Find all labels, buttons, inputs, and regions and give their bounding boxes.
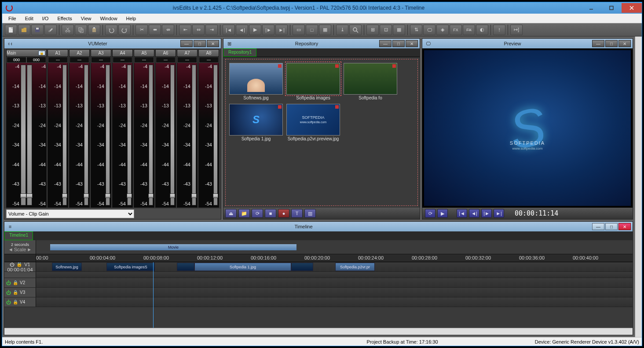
lock-icon[interactable]: 🔒 [13,290,18,295]
paste-icon[interactable] [88,25,100,35]
timeline-header[interactable]: ≡ Timeline — □ ✕ [4,222,633,231]
save-icon[interactable] [31,25,44,35]
menu-window[interactable]: Window [95,15,121,22]
timeline-overview[interactable]: Movie [36,240,633,254]
menu-help[interactable]: Help [122,15,141,22]
lock-icon[interactable]: 🔒 [38,51,45,55]
workspace-vscrollbar[interactable] [635,37,642,337]
goto-end-icon[interactable]: ►| [275,25,288,35]
vu-channel-a2[interactable]: A2----4-14-13-24-34-44-43-54 [69,49,90,208]
repo-eject-icon[interactable]: ⏏ [225,209,237,218]
sliders-icon[interactable]: ⇅ [410,25,422,35]
preview-step-fwd-icon[interactable]: |► [481,209,492,218]
power-icon[interactable]: ⏻ [6,300,11,305]
color-wheel-icon[interactable]: ◐ [476,25,488,35]
repo-item[interactable]: SOFTPEDIAwww.softpedia.comSoftpedia.p2vr… [286,104,340,141]
preview-goto-end-icon[interactable]: ►| [494,209,504,218]
timeline-clip[interactable] [177,263,194,271]
vu-channel-a5[interactable]: A5----4-14-13-24-34-44-43-54 [134,49,154,208]
settings-icon[interactable] [44,25,57,35]
vumeter-close-button[interactable]: ✕ [207,40,219,47]
vu-channel-main[interactable]: Main🔒000000-4-14-13-24-34-44-43-54-4-14-… [6,49,47,208]
undo-icon[interactable] [105,25,117,35]
timeline-ruler[interactable]: 00:0000:00:04:0000:00:08:0000:00:12:0000… [36,254,633,262]
repo-maximize-button[interactable]: □ [392,40,405,47]
new-icon[interactable] [5,25,17,35]
safe-area-icon[interactable]: ▭ [293,25,305,35]
lock-icon[interactable]: 🔒 [13,300,18,304]
redo-icon[interactable] [118,25,131,35]
info-icon[interactable]: ! [493,25,505,35]
timeline-clip[interactable]: Softnews.jpg [52,263,82,271]
timeline-clip[interactable]: Softpedia imagesS [106,263,155,271]
menu-edit[interactable]: Edit [21,15,38,22]
repo-stop-icon[interactable]: ■ [265,209,276,218]
monitor-icon[interactable]: 🖵 [423,25,435,35]
repo-minimize-button[interactable]: — [379,40,392,47]
preview-close-button[interactable]: ✕ [618,40,631,47]
vumeter-mode-select[interactable]: Volume - Clip Gain [6,209,134,218]
exit-icon[interactable]: ↦] [510,25,523,35]
preview-goto-start-icon[interactable]: |◄ [457,209,467,218]
titlebar[interactable]: ivsEdits Le v 2.1.425 - C:\Softpedia\Sof… [2,2,642,14]
play-icon[interactable]: ▶ [249,25,261,35]
track-lane-v3[interactable] [36,288,633,297]
timeline-close-button[interactable]: ✕ [618,223,631,230]
search-icon[interactable] [349,25,362,35]
timeline-clip[interactable]: Softpedia.p2vr.pr [335,263,375,271]
fullframe-icon[interactable]: □ [306,25,318,35]
timeline-movie-strip[interactable]: Movie [50,244,296,250]
preview-minimize-button[interactable]: — [592,40,604,47]
track-lane-v2[interactable] [36,278,633,287]
vu-channel-a3[interactable]: A3----4-14-13-24-34-44-43-54 [91,49,111,208]
timeline-menu-icon[interactable]: ≡ [6,223,14,230]
track-lane-v4[interactable] [36,297,633,307]
track-head-v2[interactable]: ⏻🔒V2 [4,278,36,287]
vu-channel-a6[interactable]: A6----4-14-13-24-34-44-43-54 [155,49,176,208]
timeline-clip[interactable] [291,263,313,271]
copy-icon[interactable] [75,25,87,35]
menu-view[interactable]: View [77,15,96,22]
marker-center-icon[interactable]: ⇔ [192,25,205,35]
preview-canvas[interactable]: S SOFTPEDIA www.softpedia.com [424,50,631,206]
film-icon[interactable]: ▦ [319,25,331,35]
marker-in-icon[interactable]: ⇤ [179,25,191,35]
preview-loop-icon[interactable]: ⟳ [425,209,435,218]
track-head-v4[interactable]: ⏻🔒V4 [4,297,36,307]
power-icon[interactable]: ⏻ [6,290,11,295]
split-icon[interactable]: ✂ [135,25,148,35]
lock-icon[interactable]: 🔒 [13,280,18,285]
track-head-v1[interactable]: ⏻🔒V1 00:00:01:04 [4,262,36,271]
track-lane-v1[interactable]: Softnews.jpgSoftpedia imagesSSoftpedia 1… [36,262,633,271]
repo-bars-icon[interactable]: ▥ [304,209,316,218]
vu-channel-a7[interactable]: A7----4-14-13-24-34-44-43-54 [177,49,198,208]
vumeter-header[interactable]: ⫞⫞ VUMeter — □ ✕ [4,39,221,48]
vumeter-maximize-button[interactable]: □ [194,40,206,47]
repo-item[interactable]: Softpedia fo [344,63,397,100]
timeline-minimize-button[interactable]: — [592,223,604,230]
preview-maximize-button[interactable]: □ [605,40,618,47]
unlink-icon[interactable]: ⇎ [162,25,174,35]
timeline-tab[interactable]: Timeline1 [4,231,33,240]
marker-out-icon[interactable]: ⇥ [205,25,218,35]
repo-folder-icon[interactable]: 📁 [238,209,250,218]
export-icon[interactable]: ⤓ [336,25,348,35]
menu-file[interactable]: File [4,15,21,22]
link-icon[interactable]: ⬌ [149,25,161,35]
repo-item[interactable]: SSoftpedia 1.jpg [229,104,283,141]
step-back-icon[interactable]: ◄| [236,25,248,35]
grid-small-icon[interactable]: ▦ [393,25,405,35]
vu-channel-a1[interactable]: A1----4-14-13-24-34-44-43-54 [48,49,68,208]
grid-large-icon[interactable]: ⊞ [366,25,379,35]
timeline-maximize-button[interactable]: □ [605,223,618,230]
preview-header[interactable]: 🖵 Preview — □ ✕ [422,39,633,48]
cut-icon[interactable] [62,25,74,35]
repo-record-icon[interactable]: ● [278,209,289,218]
repo-grid[interactable]: Softnews.jpgSoftpedia imagesSoftpedia fo… [225,59,418,206]
close-button[interactable] [622,3,642,13]
fx-label-icon[interactable]: FX [450,25,462,35]
timeline-hscrollbar[interactable] [4,328,633,335]
power-icon[interactable]: ⏻ [10,262,15,267]
goto-start-icon[interactable]: |◄ [223,25,235,35]
vu-channel-a8[interactable]: A8----4-14-13-24-34-44-43-54 [198,49,219,208]
